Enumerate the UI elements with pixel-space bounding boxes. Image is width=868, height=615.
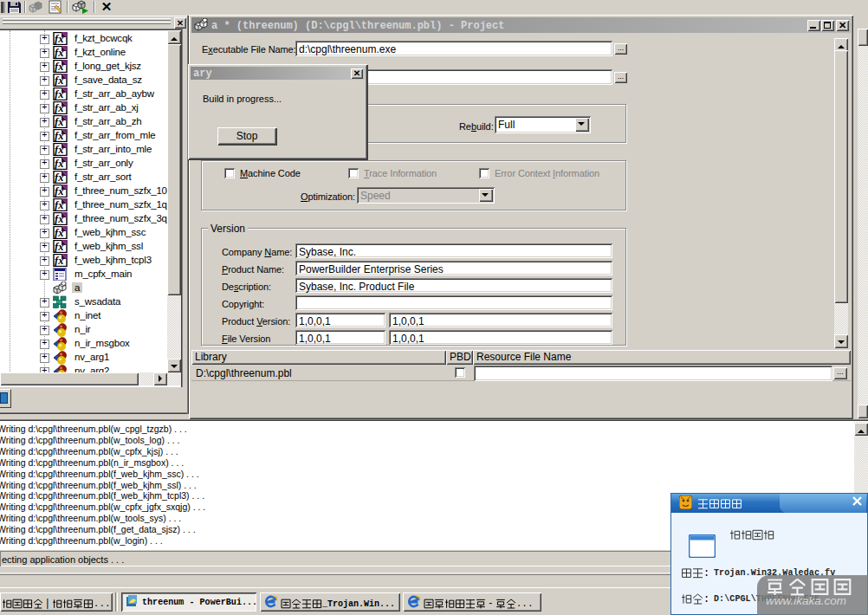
svg-text:fx: fx: [55, 102, 63, 114]
svg-text:fx: fx: [55, 61, 63, 73]
svg-text:fx: fx: [55, 33, 63, 45]
svg-text:fx: fx: [55, 185, 63, 197]
svg-text:fx: fx: [55, 227, 63, 239]
svg-text:fx: fx: [55, 255, 63, 267]
svg-text:fx: fx: [55, 74, 63, 87]
svg-text:fx: fx: [55, 47, 63, 59]
svg-text:fx: fx: [55, 213, 63, 225]
svg-text:fx: fx: [55, 172, 63, 184]
svg-text:fx: fx: [55, 241, 63, 253]
svg-text:fx: fx: [55, 158, 63, 170]
svg-text:fx: fx: [55, 88, 63, 100]
svg-text:fx: fx: [55, 130, 63, 142]
svg-text:fx: fx: [55, 116, 63, 128]
svg-text:fx: fx: [55, 144, 63, 156]
svg-text:fx: fx: [55, 199, 63, 211]
